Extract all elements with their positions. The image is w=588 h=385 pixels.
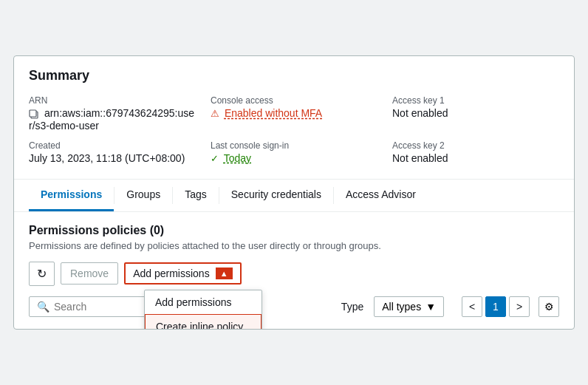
copy-icon[interactable] <box>29 107 42 119</box>
access-key2-item: Access key 2 Not enabled <box>392 140 559 164</box>
summary-section: Summary ARN arn:aws:iam::679743624295:us… <box>14 56 574 179</box>
add-permissions-label: Add permissions <box>133 268 210 279</box>
type-select[interactable]: All types ▼ <box>374 296 444 317</box>
refresh-icon: ↻ <box>37 267 47 281</box>
pagination: < 1 > <box>462 296 530 317</box>
dropdown-item-create-inline-policy[interactable]: Create inline policy <box>145 314 261 330</box>
type-dropdown-icon: ▼ <box>425 301 436 313</box>
console-access-label: Console access <box>211 95 377 106</box>
toolbar: ↻ Remove Add permissions ▲ Add permissio… <box>29 262 559 286</box>
arn-value: arn:aws:iam::679743624295:user/s3-demo-u… <box>29 107 196 131</box>
console-access-value: ⚠ Enabled without MFA <box>211 107 377 119</box>
tab-tags[interactable]: Tags <box>173 180 219 211</box>
type-label: Type <box>341 301 363 313</box>
current-page: 1 <box>485 296 506 317</box>
add-permissions-arrow-icon: ▲ <box>216 268 233 279</box>
access-key2-value: Not enabled <box>392 152 559 164</box>
permissions-desc: Permissions are defined by policies atta… <box>29 240 559 251</box>
settings-icon: ⚙ <box>544 301 554 313</box>
warning-icon: ⚠ <box>211 108 219 119</box>
tab-security-credentials[interactable]: Security credentials <box>219 180 333 211</box>
last-signin-label: Last console sign-in <box>211 140 377 151</box>
main-container: Summary ARN arn:aws:iam::679743624295:us… <box>13 55 575 329</box>
access-key1-label: Access key 1 <box>392 95 559 106</box>
console-access-item: Console access ⚠ Enabled without MFA <box>211 95 377 131</box>
tabs-section: Permissions Groups Tags Security credent… <box>14 180 574 212</box>
search-row: 🔍 Type All types ▼ < 1 > ⚙ <box>29 296 559 317</box>
success-icon: ✓ <box>211 153 219 164</box>
dropdown-item-add-permissions[interactable]: Add permissions <box>145 290 261 314</box>
prev-page-button[interactable]: < <box>462 296 482 317</box>
type-option: All types <box>382 301 421 313</box>
remove-label: Remove <box>70 268 109 279</box>
remove-button[interactable]: Remove <box>61 262 118 285</box>
right-controls: Type All types ▼ < 1 > ⚙ <box>341 296 559 317</box>
summary-title: Summary <box>29 68 559 84</box>
add-permissions-dropdown: Add permissions Create inline policy <box>144 290 262 330</box>
last-signin-value: ✓ Today <box>211 152 377 164</box>
arn-label: ARN <box>29 95 196 106</box>
access-key2-label: Access key 2 <box>392 140 559 151</box>
access-key1-item: Access key 1 Not enabled <box>392 95 559 131</box>
arn-item: ARN arn:aws:iam::679743624295:user/s3-de… <box>29 95 196 131</box>
refresh-button[interactable]: ↻ <box>29 262 55 286</box>
search-icon: 🔍 <box>37 301 49 313</box>
settings-button[interactable]: ⚙ <box>539 296 559 317</box>
last-signin-item: Last console sign-in ✓ Today <box>211 140 377 164</box>
created-item: Created July 13, 2023, 11:18 (UTC+08:00) <box>29 140 196 164</box>
created-label: Created <box>29 140 196 151</box>
access-key1-value: Not enabled <box>392 107 559 119</box>
next-page-button[interactable]: > <box>509 296 530 317</box>
created-value: July 13, 2023, 11:18 (UTC+08:00) <box>29 152 196 164</box>
tab-access-advisor[interactable]: Access Advisor <box>334 180 428 211</box>
tab-permissions[interactable]: Permissions <box>29 180 114 211</box>
permissions-section: Permissions policies (0) Permissions are… <box>14 212 574 329</box>
tab-groups[interactable]: Groups <box>114 180 172 211</box>
svg-rect-1 <box>30 110 36 117</box>
summary-grid: ARN arn:aws:iam::679743624295:user/s3-de… <box>29 95 559 163</box>
add-permissions-button[interactable]: Add permissions ▲ <box>124 262 241 285</box>
permissions-title: Permissions policies (0) <box>29 224 559 237</box>
